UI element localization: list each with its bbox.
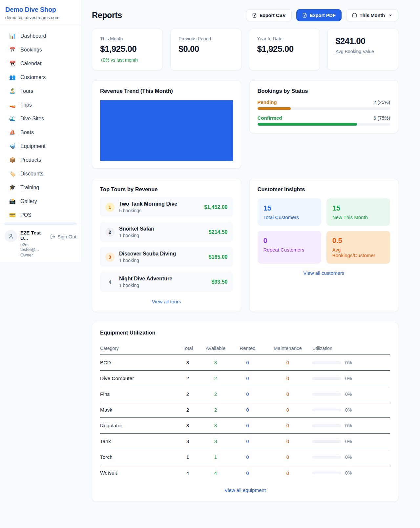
tile-value: 0.5 <box>332 236 384 245</box>
revenue-trend-title: Revenue Trend (This Month) <box>100 88 233 94</box>
sign-out-button[interactable]: Sign Out <box>50 234 76 239</box>
period-dropdown[interactable]: This Month <box>346 9 398 21</box>
sidebar-item-reports-partial[interactable] <box>4 222 77 225</box>
sidebar-item-trips[interactable]: 🚤Trips <box>3 98 78 111</box>
sidebar-item-dashboard[interactable]: 📊Dashboard <box>3 30 78 42</box>
export-pdf-label: Export PDF <box>310 13 336 18</box>
view-all-tours-link[interactable]: View all tours <box>100 299 233 304</box>
bookings-by-status-title: Bookings by Status <box>258 88 390 94</box>
tile-label: Repeat Customers <box>263 247 315 253</box>
column-header: Utilization <box>312 346 390 351</box>
available-cell: 4 <box>199 470 232 476</box>
utilization-bar <box>312 393 341 396</box>
column-header: Maintenance <box>263 345 312 351</box>
utilization-bar <box>312 424 341 427</box>
file-download-icon <box>302 13 307 18</box>
utilization-percent: 0% <box>345 376 352 381</box>
view-all-equipment-link[interactable]: View all equipment <box>100 487 390 493</box>
utilization-cell: 0% <box>312 423 390 428</box>
sidebar-item-training[interactable]: 🎓Training <box>3 181 78 194</box>
available-cell: 2 <box>199 376 232 381</box>
equipment-utilization-card: Equipment Utilization Category Total Ava… <box>92 322 398 502</box>
tear-off-calendar-icon: 📆 <box>9 60 16 67</box>
stat-value: $0.00 <box>178 44 233 54</box>
utilization-cell: 0% <box>312 392 390 397</box>
sidebar-item-discounts[interactable]: 🏷️Discounts <box>3 167 78 180</box>
rented-cell: 0 <box>232 391 263 397</box>
tour-bookings: 1 booking <box>119 283 207 288</box>
tile-total-customers: 15 Total Customers <box>258 198 321 226</box>
sidebar-item-equipment[interactable]: 🤿Equipment <box>3 140 78 152</box>
credit-card-icon: 💳 <box>9 212 16 218</box>
utilization-percent: 0% <box>345 407 352 413</box>
tour-name: Snorkel Safari <box>119 226 155 232</box>
calendar-icon <box>352 13 357 18</box>
rented-cell: 0 <box>232 454 263 460</box>
utilization-percent: 0% <box>345 439 352 444</box>
sidebar-item-gallery[interactable]: 📸Gallery <box>3 195 78 208</box>
sidebar-item-calendar[interactable]: 📆Calendar <box>3 57 78 70</box>
sidebar-item-products[interactable]: 📦Products <box>3 153 78 166</box>
status-value: 6 (75%) <box>373 115 390 121</box>
status-row-confirmed: Confirmed 6 (75%) <box>258 115 390 126</box>
tour-amount: $1,452.00 <box>204 204 227 210</box>
sidebar-item-label: Calendar <box>20 61 42 67</box>
export-csv-button[interactable]: Export CSV <box>246 9 292 21</box>
table-row: Wetsuit 4 4 0 0 0% <box>100 465 390 481</box>
table-row: BCD 3 3 0 0 0% <box>100 355 390 371</box>
utilization-bar <box>312 409 341 411</box>
avatar <box>5 230 17 242</box>
available-cell: 3 <box>199 438 232 444</box>
sidebar-item-tours[interactable]: 🏝️Tours <box>3 85 78 97</box>
sidebar-item-customers[interactable]: 👥Customers <box>3 71 78 84</box>
utilization-bar <box>312 377 341 380</box>
top-tours-card: Top Tours by Revenue 1 Two Tank Morning … <box>92 179 241 312</box>
tour-row: 4 Night Dive Adventure1 booking $93.50 <box>100 272 233 292</box>
stat-label: Year to Date <box>257 36 312 41</box>
people-icon: 👥 <box>9 74 16 80</box>
customer-insights-title: Customer Insights <box>258 186 390 193</box>
tile-repeat-customers: 0 Repeat Customers <box>258 231 321 264</box>
progress-track <box>258 123 390 126</box>
sidebar-item-label: Boats <box>20 130 34 135</box>
equipment-category: Tank <box>100 438 176 444</box>
equipment-category: Wetsuit <box>100 470 176 476</box>
stat-value: $1,925.00 <box>257 44 312 54</box>
tile-value: 15 <box>332 204 384 213</box>
table-row: Tank 3 3 0 0 0% <box>100 434 390 449</box>
user-meta: E2E Test U... e2e-tester@... Owner <box>20 230 47 257</box>
stat-label: This Month <box>100 36 155 41</box>
sidebar-item-boats[interactable]: ⛵Boats <box>3 126 78 139</box>
diving-mask-icon: 🤿 <box>9 143 16 149</box>
total-cell: 4 <box>176 470 199 476</box>
table-row: Mask 2 2 0 0 0% <box>100 402 390 418</box>
insights-row: Top Tours by Revenue 1 Two Tank Morning … <box>92 179 398 312</box>
tile-value: 15 <box>263 204 315 213</box>
sidebar-item-pos[interactable]: 💳POS <box>3 209 78 221</box>
stat-card-previous-period: Previous Period $0.00 <box>170 29 241 70</box>
revenue-trend-chart <box>100 100 233 161</box>
maintenance-cell: 0 <box>263 391 312 397</box>
rank-badge: 4 <box>105 277 115 287</box>
page-header: Reports Export CSV Export PDF This Month <box>92 9 398 21</box>
stat-card-this-month: This Month $1,925.00 +0% vs last month <box>92 29 163 70</box>
rented-cell: 0 <box>232 376 263 381</box>
equipment-category: Mask <box>100 407 176 413</box>
available-cell: 1 <box>199 454 232 460</box>
sidebar-item-dive-sites[interactable]: 🌊Dive Sites <box>3 112 78 125</box>
view-all-customers-link[interactable]: View all customers <box>258 270 390 276</box>
equipment-utilization-title: Equipment Utilization <box>100 330 390 336</box>
total-cell: 2 <box>176 391 199 397</box>
graduation-cap-icon: 🎓 <box>9 184 16 191</box>
export-pdf-button[interactable]: Export PDF <box>296 9 342 21</box>
tour-row: 1 Two Tank Morning Dive5 bookings $1,452… <box>100 197 233 217</box>
stat-label: Avg Booking Value <box>336 49 390 54</box>
total-cell: 2 <box>176 407 199 413</box>
header-actions: Export CSV Export PDF This Month <box>246 9 398 21</box>
label-tag-icon: 🏷️ <box>9 171 16 177</box>
shop-domain: demo.test.divestreams.com <box>5 15 76 20</box>
sidebar-item-bookings[interactable]: 📅Bookings <box>3 43 78 56</box>
stat-card-avg-booking-value: $241.00 Avg Booking Value <box>327 29 398 70</box>
tour-amount: $214.50 <box>209 229 228 235</box>
camera-icon: 📸 <box>9 198 16 204</box>
